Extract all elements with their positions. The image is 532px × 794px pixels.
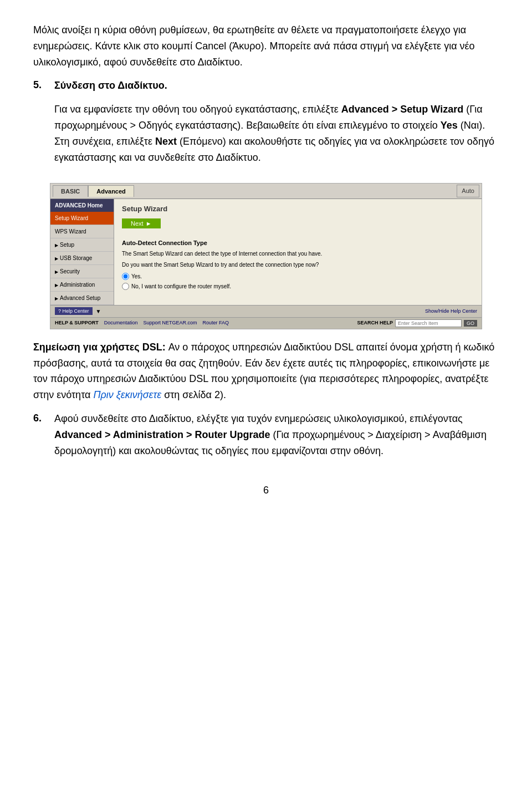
dsl-link[interactable]: Πριν ξεκινήσετε	[93, 389, 161, 400]
sidebar-header: ADVANCED Home	[50, 199, 114, 212]
item-6-content: Αφού συνδεθείτε στο Διαδίκτυο, ελέγξτε γ…	[54, 411, 499, 466]
dsl-note-label: Σημείωση για χρήστες DSL:	[33, 342, 166, 353]
item-6-body: Αφού συνδεθείτε στο Διαδίκτυο, ελέγξτε γ…	[54, 411, 499, 459]
dsl-note-paragraph: Σημείωση για χρήστες DSL: Αν ο πάροχος υ…	[33, 339, 499, 403]
show-hide-help-link[interactable]: Show/Hide Help Center	[425, 308, 477, 315]
help-center-button[interactable]: ? Help Center	[55, 307, 93, 315]
router-footer-left: ? Help Center ▼	[55, 307, 101, 315]
router-search-area: SEARCH HELP GO	[357, 319, 477, 327]
item-5-title-bold: Σύνδεση στο Διαδίκτυο.	[54, 80, 167, 91]
next-button-row: Next ►	[122, 218, 474, 234]
item-5-content: Σύνδεση στο Διαδίκτυο. Για να εμφανίσετε…	[54, 78, 499, 173]
search-help-label: SEARCH HELP	[357, 319, 393, 327]
next-button[interactable]: Next ►	[122, 218, 161, 228]
tab-advanced[interactable]: Advanced	[88, 185, 134, 197]
advanced-setup-wizard-bold: Advanced > Setup Wizard	[341, 104, 463, 115]
item-6-bold: Advanced > Administration > Router Upgra…	[54, 429, 270, 440]
sidebar-item-advanced-setup[interactable]: ▶Advanced Setup	[50, 292, 114, 305]
documentation-link[interactable]: Documentation	[104, 319, 138, 327]
tab-basic[interactable]: BASIC	[53, 185, 88, 197]
support-link[interactable]: Support NETGEAR.com	[143, 319, 197, 327]
radio-no[interactable]	[122, 283, 129, 290]
router-body: ADVANCED Home Setup Wizard WPS Wizard ▶S…	[50, 199, 482, 305]
sidebar-item-setup-wizard[interactable]: Setup Wizard	[50, 212, 114, 225]
router-section-title: Auto-Detect Connection Type	[122, 238, 474, 248]
sidebar-item-usb-storage[interactable]: ▶USB Storage	[50, 252, 114, 265]
next-arrow-icon: ►	[146, 220, 152, 227]
sidebar-item-security[interactable]: ▶Security	[50, 265, 114, 278]
page-number: 6	[33, 483, 499, 498]
search-input[interactable]	[395, 319, 462, 327]
radio-row-yes: Yes.	[122, 272, 474, 281]
sidebar-item-administration[interactable]: ▶Administration	[50, 278, 114, 292]
router-bottom-bar: HELP & SUPPORT Documentation Support NET…	[50, 317, 482, 329]
faq-link[interactable]: Router FAQ	[202, 319, 229, 327]
radio-no-label: No, I want to configure the router mysel…	[131, 282, 231, 291]
radio-yes[interactable]	[122, 273, 129, 280]
radio-row-no: No, I want to configure the router mysel…	[122, 282, 474, 291]
intro-paragraph: Μόλις ανοίξει η κύρια οθόνη ρυθμίσεων, θ…	[33, 22, 499, 70]
item-6-body-start: Αφού συνδεθείτε στο Διαδίκτυο, ελέγξτε γ…	[54, 413, 463, 424]
numbered-item-6: 6. Αφού συνδεθείτε στο Διαδίκτυο, ελέγξτ…	[33, 411, 499, 466]
sidebar-item-wps-wizard[interactable]: WPS Wizard	[50, 225, 114, 238]
router-bottom-links: HELP & SUPPORT Documentation Support NET…	[55, 319, 229, 327]
tab-auto[interactable]: Auto	[457, 185, 479, 197]
router-main: Setup Wizard Next ► Auto-Detect Connecti…	[114, 199, 482, 305]
next-bold: Next	[155, 136, 177, 147]
yes-bold: Yes	[441, 120, 458, 131]
item-6-number: 6.	[33, 411, 49, 466]
router-desc-2: Do you want the Smart Setup Wizard to tr…	[122, 261, 474, 269]
item-5-number: 5.	[33, 78, 49, 173]
item-5-body: Για να εμφανίσετε την οθόνη του οδηγού ε…	[54, 101, 499, 165]
numbered-item-5: 5. Σύνδεση στο Διαδίκτυο. Για να εμφανίσ…	[33, 78, 499, 173]
router-sidebar: ADVANCED Home Setup Wizard WPS Wizard ▶S…	[50, 199, 114, 305]
router-tab-bar: BASIC Advanced Auto	[50, 184, 482, 199]
router-main-title: Setup Wizard	[122, 203, 474, 215]
radio-yes-label: Yes.	[131, 272, 142, 281]
router-screenshot: BASIC Advanced Auto ADVANCED Home Setup …	[50, 183, 482, 329]
dsl-note-end: στη σελίδα 2).	[161, 389, 226, 400]
help-support-label: HELP & SUPPORT	[55, 319, 99, 327]
expand-arrow-icon: ▼	[96, 307, 101, 315]
go-button[interactable]: GO	[464, 320, 477, 327]
item-5-title: Σύνδεση στο Διαδίκτυο.	[54, 78, 499, 94]
next-button-label: Next	[131, 220, 144, 227]
router-desc-1: The Smart Setup Wizard can detect the ty…	[122, 250, 474, 258]
content-area: Μόλις ανοίξει η κύρια οθόνη ρυθμίσεων, θ…	[33, 22, 499, 498]
router-footer: ? Help Center ▼ Show/Hide Help Center	[50, 305, 482, 317]
sidebar-item-setup[interactable]: ▶Setup	[50, 238, 114, 252]
